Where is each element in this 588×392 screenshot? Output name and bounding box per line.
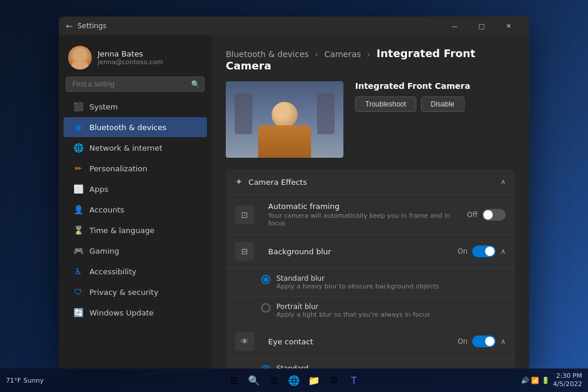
sidebar-item-gaming[interactable]: 🎮 Gaming [64,241,207,261]
automatic-framing-info: Automatic framing Your camera will autom… [268,202,467,227]
accounts-icon: 👤 [73,204,83,215]
settings-window: ← Settings — □ ✕ Jenna Bates jenna@conto… [59,16,529,370]
taskview-button[interactable]: ⧉ [266,372,282,388]
standard-blur-info: Standard blur Apply a heavy blur to obsc… [276,274,439,290]
camera-preview-section: Integrated Front Camera Troubleshoot Dis… [226,81,515,158]
taskbar-right: 🔊 📶 🔋 2:30 PM 4/5/2022 [521,372,582,389]
troubleshoot-button[interactable]: Troubleshoot [355,97,416,112]
teams-button[interactable]: T [346,372,362,388]
taskbar-date: 4/5/2022 [553,380,582,388]
taskbar: 71°F Sunny ⊞ 🔍 ⧉ 🌐 📁 ⚙ T 🔊 📶 🔋 2:30 PM 4… [0,368,588,392]
camera-effects-icon: ✦ [235,177,243,187]
portrait-blur-radio[interactable] [261,303,270,313]
titlebar: ← Settings — □ ✕ [59,16,529,35]
standard-blur-radio[interactable] [261,275,270,284]
search-taskbar-button[interactable]: 🔍 [246,372,262,388]
main-content: Bluetooth & devices › Cameras › Integrat… [212,35,529,370]
sidebar-item-network[interactable]: 🌐 Network & internet [64,138,207,158]
toggle-knob [483,210,493,220]
user-email: jenna@contoso.com [98,58,202,66]
settings-taskbar-button[interactable]: ⚙ [326,372,342,388]
background-blur-chevron: ∧ [500,247,506,255]
toggle-knob-blur [485,247,495,256]
weather-temp: 71°F [6,377,21,384]
accessibility-icon: ♿ [73,266,83,277]
eye-contact-status: On [457,337,467,346]
camera-preview [226,81,343,158]
bluetooth-icon: ◉ [73,122,83,132]
eye-contact-info: Eye contact [268,337,313,346]
portrait-blur-info: Portrait blur Apply a light blur so that… [276,303,430,318]
automatic-framing-toggle[interactable] [482,209,506,221]
sidebar-item-privacy[interactable]: 🛡 Privacy & security [64,282,207,302]
system-tray-icons: 🔊 📶 🔋 [521,377,550,384]
time-icon: ⌛ [73,225,83,235]
breadcrumb-sep1: › [315,49,321,59]
apps-icon: ⬜ [73,184,83,194]
taskbar-center: ⊞ 🔍 ⧉ 🌐 📁 ⚙ T [226,372,362,388]
taskbar-left: 71°F Sunny [6,377,44,384]
start-button[interactable]: ⊞ [226,372,242,388]
weather-desc: Sunny [24,377,44,384]
edge-button[interactable]: 🌐 [286,372,302,388]
back-button[interactable]: ← [66,21,73,31]
gaming-icon: 🎮 [73,245,83,256]
sidebar-item-accounts[interactable]: 👤 Accounts [64,200,207,220]
search-box[interactable]: 🔍 [66,77,205,92]
camera-effects-header[interactable]: ✦ Camera Effects ∧ [226,170,515,194]
automatic-framing-desc: Your camera will automatically keep you … [268,212,467,227]
background-blur-label: Background blur [268,247,331,256]
toggle-knob-eye [485,337,495,346]
system-icon: ⬛ [73,101,83,112]
sidebar-item-accessibility[interactable]: ♿ Accessibility [64,261,207,281]
sidebar-item-gaming-label: Gaming [89,247,119,255]
sidebar-item-bluetooth[interactable]: ◉ Bluetooth & devices [64,117,207,137]
sidebar-item-system[interactable]: ⬛ System [64,97,207,117]
background-blur-icon: ⊟ [235,242,254,261]
maximize-button[interactable]: □ [468,16,495,35]
minimize-button[interactable]: — [441,16,468,35]
sidebar-item-network-label: Network & internet [89,144,162,152]
eye-contact-icon: 👁 [235,332,254,351]
explorer-button[interactable]: 📁 [306,372,322,388]
breadcrumb: Bluetooth & devices › Cameras › Integrat… [226,47,515,72]
background-blur-status: On [457,247,467,255]
personalization-icon: ✏ [73,163,83,174]
search-icon: 🔍 [191,80,200,88]
standard-eye-radio-row[interactable]: Standard Make eye contact even when you'… [226,358,515,370]
sidebar-item-update[interactable]: 🔄 Windows Update [64,303,207,323]
camera-name: Integrated Front Camera [355,81,515,91]
background-blur-main: ⊟ Background blur [235,242,331,261]
user-profile: Jenna Bates jenna@contoso.com [59,41,212,77]
sidebar-item-time[interactable]: ⌛ Time & language [64,220,207,240]
background-blur-row: ⊟ Background blur On ∧ [226,234,515,268]
automatic-framing-right: Off [467,209,506,221]
background-blur-info: Background blur [268,247,331,256]
sidebar-item-system-label: System [89,102,118,111]
background-blur-toggle[interactable] [472,245,496,257]
portrait-blur-radio-row[interactable]: Portrait blur Apply a light blur so that… [226,296,515,324]
eye-contact-toggle[interactable] [472,335,496,347]
disable-button[interactable]: Disable [421,97,465,112]
sidebar-item-apps-label: Apps [89,185,108,194]
standard-blur-desc: Apply a heavy blur to obscure background… [276,283,439,290]
camera-effects-chevron: ∧ [500,178,506,186]
taskbar-time-date: 2:30 PM 4/5/2022 [553,372,582,389]
close-button[interactable]: ✕ [495,16,522,35]
sidebar-item-accounts-label: Accounts [89,205,124,214]
standard-blur-radio-row[interactable]: Standard blur Apply a heavy blur to obsc… [226,268,515,296]
automatic-framing-icon: ⊡ [235,205,254,224]
sidebar-item-personalization[interactable]: ✏ Personalization [64,158,207,178]
breadcrumb-part2: Cameras [325,49,361,59]
sidebar-item-apps[interactable]: ⬜ Apps [64,179,207,199]
network-icon: 🌐 [73,142,83,153]
breadcrumb-part1: Bluetooth & devices [226,49,309,59]
camera-effects-header-left: ✦ Camera Effects [235,177,307,187]
taskbar-time: 2:30 PM [553,372,582,380]
sidebar-item-time-label: Time & language [89,226,155,235]
search-input[interactable] [66,77,205,92]
automatic-framing-row: ⊡ Automatic framing Your camera will aut… [226,194,515,234]
sidebar-item-personalization-label: Personalization [89,164,148,173]
portrait-blur-label: Portrait blur [276,303,430,311]
standard-blur-label: Standard blur [276,274,439,283]
